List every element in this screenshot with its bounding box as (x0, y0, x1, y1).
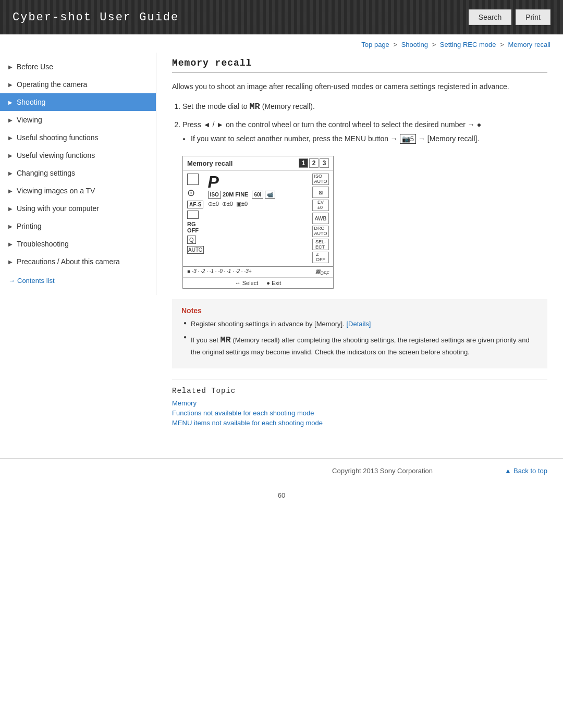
adj-3: ▣±0 (236, 201, 248, 207)
mr-adjustment-row: ⊙±0 ⊕±0 ▣±0 (208, 201, 310, 207)
arrow-icon: ▶ (8, 64, 13, 70)
arrow-left-label: ◄ (203, 120, 211, 129)
sidebar-label: Changing settings (17, 169, 75, 177)
content-area: Memory recall Allows you to shoot an ima… (156, 53, 563, 437)
sidebar-label: Useful viewing functions (17, 151, 95, 159)
mr-quality-row: ISO 20M FINE 60i 📹 (208, 191, 310, 198)
sidebar-item-before-use[interactable]: ▶ Before Use (0, 58, 156, 76)
mr-auto-icon: AUTO (187, 246, 204, 254)
adj-1: ⊙±0 (208, 201, 219, 207)
step-2: Press ◄ / ► on the control wheel or turn… (182, 119, 547, 144)
content-description: Allows you to shoot an image after recal… (172, 81, 547, 92)
sidebar-label: Precautions / About this camera (17, 257, 120, 266)
related-link-memory[interactable]: Memory (172, 399, 547, 407)
sub-bullet-1: If you want to select another number, pr… (191, 133, 547, 145)
sidebar-label: Before Use (17, 63, 53, 71)
note-item-1: Register shooting settings in advance by… (183, 319, 538, 330)
mr-footer-controls: ↔ Select ● Exit (183, 277, 333, 288)
scale-off: ▦OFF (315, 268, 329, 276)
related-link-menu-items[interactable]: MENU items not available for each shooti… (172, 419, 547, 427)
arrow-icon: ▶ (8, 153, 13, 158)
sidebar-item-precautions[interactable]: ▶ Precautions / About this camera (0, 253, 156, 270)
sidebar-label: Operating the camera (17, 80, 87, 89)
mr-tab-3[interactable]: 3 (320, 158, 329, 168)
mr-af-icon: AF-S (187, 201, 204, 208)
mr-box-header: Memory recall 1 2 3 (183, 156, 333, 170)
triangle-up-icon: ▲ (505, 467, 511, 475)
mr-box-right: ISOAUTO ⊠ EV±0 AWB DROAUTO SEL-ECT ZOFF (312, 174, 329, 263)
details-link[interactable]: [Details] (346, 320, 371, 328)
sidebar-label: Using with your computer (17, 204, 99, 213)
copyright: Copyright 2013 Sony Corporation (260, 467, 505, 475)
mode-square-icon (187, 174, 199, 185)
frame-rate-badge: 60i (252, 191, 263, 199)
breadcrumb-shooting[interactable]: Shooting (401, 41, 428, 48)
back-to-top-label: Back to top (513, 467, 547, 475)
sidebar-label: Useful shooting functions (17, 133, 98, 142)
contents-list-label: Contents list (17, 277, 55, 285)
print-button[interactable]: Print (516, 9, 550, 25)
mr-icon-rect (187, 211, 204, 219)
q-badge: Q (187, 236, 196, 244)
back-to-top-link[interactable]: ▲ Back to top (505, 467, 547, 475)
app-title: Cyber-shot User Guide (13, 11, 179, 24)
breadcrumb-top[interactable]: Top page (361, 41, 389, 48)
sidebar-item-useful-shooting[interactable]: ▶ Useful shooting functions (0, 129, 156, 146)
sidebar-label: Troubleshooting (17, 240, 69, 248)
sidebar-item-operating-camera[interactable]: ▶ Operating the camera (0, 76, 156, 93)
rect-icon (187, 211, 199, 219)
auto-badge: AUTO (187, 246, 204, 254)
select-control: ↔ Select (235, 280, 259, 286)
iso-badge: ISO (208, 191, 221, 199)
breadcrumb-setting-rec[interactable]: Setting REC mode (440, 41, 496, 48)
arrow-icon: ▶ (8, 188, 13, 194)
mr-box-center: P ISO 20M FINE 60i 📹 ⊙±0 ⊕±0 ▣±0 (208, 174, 310, 263)
note-item-2: If you set MR (Memory recall) after comp… (183, 333, 538, 358)
step-1: Set the mode dial to MR (Memory recall). (182, 100, 547, 114)
sidebar-item-viewing-tv[interactable]: ▶ Viewing images on a TV (0, 182, 156, 200)
sidebar-item-printing[interactable]: ▶ Printing (0, 217, 156, 235)
camera-icon: 📷5 (400, 134, 416, 144)
mr-right-iso: ISOAUTO (312, 174, 329, 185)
mr-right-off: ZOFF (312, 252, 329, 263)
arrow-icon: ▶ (8, 206, 13, 212)
circle-icon: ⊙ (187, 187, 195, 199)
sidebar-item-using-computer[interactable]: ▶ Using with your computer (0, 200, 156, 217)
sidebar-label: Viewing (17, 116, 42, 124)
arrow-right-label: ► (216, 120, 224, 129)
mr-box-left: ⊙ AF-S RGOFF Q AUTO (187, 174, 204, 263)
contents-list-link[interactable]: → Contents list (0, 270, 156, 285)
header-buttons: Search Print (469, 9, 550, 25)
mr-right-awb: AWB (312, 213, 329, 224)
mr-tab-1[interactable]: 1 (299, 158, 308, 168)
page-number: 60 (0, 483, 563, 503)
sidebar-label: Printing (17, 222, 41, 230)
hd-badge: 📹 (265, 191, 275, 199)
sidebar-item-viewing[interactable]: ▶ Viewing (0, 111, 156, 129)
mr-box-body: ⊙ AF-S RGOFF Q AUTO (183, 170, 333, 266)
exit-control: ● Exit (266, 280, 281, 286)
related-link-functions[interactable]: Functions not available for each shootin… (172, 409, 547, 417)
sidebar-item-changing-settings[interactable]: ▶ Changing settings (0, 164, 156, 182)
related-links: Memory Functions not available for each … (172, 399, 547, 427)
arrow-icon: ▶ (8, 117, 13, 123)
arrow-icon: ▶ (8, 224, 13, 229)
search-button[interactable]: Search (469, 9, 511, 25)
mr-right-select: SEL-ECT (312, 239, 329, 250)
sidebar-item-troubleshooting[interactable]: ▶ Troubleshooting (0, 235, 156, 253)
arrow-icon: ▶ (8, 170, 13, 176)
sidebar-item-useful-viewing[interactable]: ▶ Useful viewing functions (0, 146, 156, 164)
sidebar: ▶ Before Use ▶ Operating the camera ▶ Sh… (0, 53, 156, 295)
arrow-icon: ▶ (8, 100, 13, 105)
page-title: Memory recall (172, 58, 547, 73)
sidebar-label: Viewing images on a TV (17, 187, 95, 195)
mr-scale: ■ -3 · ·2 · ·1 · ·0 · ·1 · ·2 · ·3+ ▦OFF (183, 266, 333, 277)
breadcrumb-memory-recall[interactable]: Memory recall (508, 41, 550, 48)
sidebar-item-shooting[interactable]: ▶ Shooting (0, 93, 156, 111)
memory-recall-box: Memory recall 1 2 3 ⊙ AF-S (182, 156, 334, 289)
arrow-right-icon: → (8, 277, 15, 285)
mr-tab-2[interactable]: 2 (309, 158, 319, 168)
mr-icon-circle: ⊙ (187, 187, 204, 199)
header: Cyber-shot User Guide Search Print (0, 0, 563, 34)
main-layout: ▶ Before Use ▶ Operating the camera ▶ Sh… (0, 53, 563, 448)
